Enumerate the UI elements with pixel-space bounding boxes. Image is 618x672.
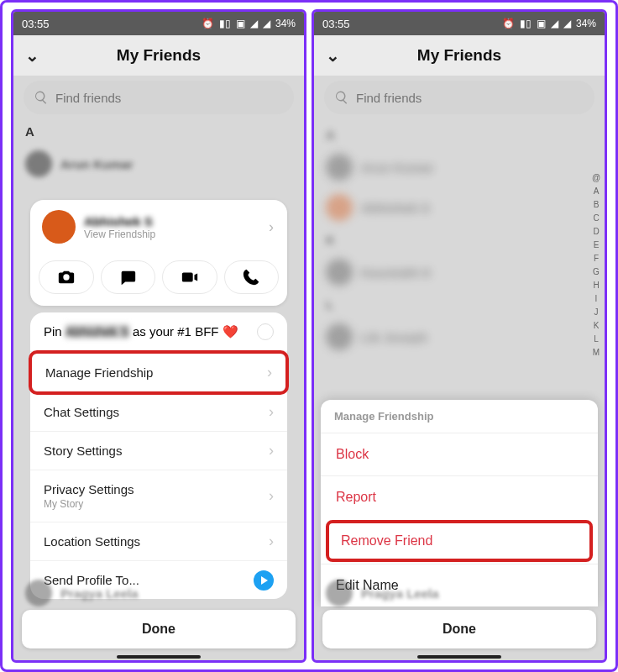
nav-bar-indicator (417, 655, 501, 659)
chevron-right-icon[interactable]: › (269, 218, 274, 236)
block-button[interactable]: Block (321, 433, 598, 475)
view-friendship-link[interactable]: View Friendship (84, 228, 155, 240)
video-icon (181, 268, 199, 286)
profile-card: Abhishek S View Friendship › (30, 200, 287, 306)
chevron-right-icon: › (267, 364, 272, 381)
friend-row: Arun Kumar (314, 147, 605, 187)
header: ⌄ My Friends (314, 35, 605, 76)
call-button[interactable] (224, 260, 280, 294)
chevron-right-icon: › (269, 403, 274, 421)
radio-unchecked-icon[interactable] (257, 323, 274, 340)
chat-settings-row[interactable]: Chat Settings › (30, 393, 287, 432)
search-input[interactable] (55, 91, 284, 105)
status-icons: ⏰ ▮▯ ▣ ◢ ◢ 34% (502, 18, 596, 29)
header: ⌄ My Friends (13, 35, 304, 76)
avatar (25, 150, 52, 177)
back-chevron-icon[interactable]: ⌄ (326, 45, 340, 66)
friends-list-dimmed: A Arun Kumar Abhishek S K Kaustubh K L L… (314, 119, 605, 357)
screenshot-right: 03:55 ⏰ ▮▯ ▣ ◢ ◢ 34% ⌄ My Friends A Arun… (312, 9, 607, 663)
status-time: 03:55 (322, 18, 350, 30)
report-button[interactable]: Report (321, 475, 598, 518)
battery-text: 34% (576, 18, 596, 29)
camera-icon (57, 268, 76, 286)
friend-row[interactable]: Arun Kumar (13, 144, 304, 184)
status-bar: 03:55 ⏰ ▮▯ ▣ ◢ ◢ 34% (314, 12, 605, 35)
row-sublabel: My Story (44, 498, 134, 510)
battery-text: 34% (275, 18, 296, 29)
search-icon (334, 90, 349, 105)
page-title: My Friends (417, 46, 501, 65)
friend-name: Arun Kumar (60, 157, 134, 171)
chat-button[interactable] (101, 260, 156, 294)
settings-card: Pin Abhishek S as your #1 BFF ❤️ Manage … (30, 312, 287, 599)
row-label: Story Settings (44, 444, 122, 458)
alphabet-scroll-rail[interactable]: @ A B C D E F G H I J K L M (591, 171, 601, 360)
friend-row-behind: Pragya Leela (25, 580, 139, 606)
signal-icon: ◢ (250, 18, 258, 29)
privacy-settings-row[interactable]: Privacy Settings My Story › (30, 470, 287, 522)
avatar (42, 210, 76, 244)
avatar (25, 580, 52, 606)
vibrate-icon: ▮▯ (520, 18, 532, 29)
heart-icon: ❤️ (223, 324, 238, 339)
friend-row: Lib Joseph (314, 317, 605, 357)
row-label: Location Settings (44, 534, 140, 549)
friend-name: Pragya Leela (60, 586, 139, 601)
pin-suffix: as your #1 BFF (129, 324, 223, 339)
signal-icon: ◢ (551, 18, 558, 29)
search-icon (34, 90, 49, 105)
sim-icon: ▣ (537, 18, 546, 29)
status-icons: ⏰ ▮▯ ▣ ◢ ◢ 34% (202, 18, 296, 29)
manage-friendship-popup: Manage Friendship Block Report Remove Fr… (321, 400, 598, 606)
remove-friend-button[interactable]: Remove Friend (326, 520, 593, 562)
friend-name: Pragya Leela (361, 586, 439, 601)
send-arrow-icon (254, 570, 274, 591)
nav-bar-indicator (117, 655, 201, 659)
done-button[interactable]: Done (22, 610, 296, 648)
location-settings-row[interactable]: Location Settings › (30, 522, 287, 561)
pin-bff-row[interactable]: Pin Abhishek S as your #1 BFF ❤️ (30, 312, 287, 352)
chevron-right-icon: › (269, 442, 274, 459)
screenshot-left: 03:55 ⏰ ▮▯ ▣ ◢ ◢ 34% ⌄ My Friends A Arun… (11, 9, 306, 663)
vibrate-icon: ▮▯ (219, 18, 231, 29)
status-time: 03:55 (22, 18, 50, 30)
signal-icon: ◢ (563, 18, 571, 29)
chevron-right-icon: › (269, 487, 274, 505)
row-label: Manage Friendship (45, 365, 153, 380)
chat-icon (118, 268, 137, 286)
pin-prefix: Pin (44, 324, 65, 339)
row-label: Privacy Settings (44, 482, 134, 496)
manage-friendship-row[interactable]: Manage Friendship › (29, 350, 289, 395)
avatar (326, 580, 353, 606)
section-header-a: A (13, 119, 304, 144)
alarm-icon: ⏰ (502, 18, 515, 29)
done-button[interactable]: Done (322, 610, 596, 648)
popup-header: Manage Friendship (321, 400, 598, 433)
alarm-icon: ⏰ (202, 18, 214, 29)
camera-button[interactable] (39, 260, 94, 294)
search-bar[interactable] (24, 81, 294, 114)
status-bar: 03:55 ⏰ ▮▯ ▣ ◢ ◢ 34% (13, 12, 304, 35)
chevron-right-icon: › (269, 533, 274, 550)
friend-row: Abhishek S (314, 187, 605, 228)
search-input[interactable] (356, 91, 584, 105)
signal-icon: ◢ (263, 18, 270, 29)
search-bar[interactable] (324, 81, 594, 114)
video-button[interactable] (162, 260, 217, 294)
friend-row: Kaustubh K (314, 252, 605, 292)
pin-name-blurred: Abhishek S (65, 324, 129, 339)
friend-row-behind: Pragya Leela (326, 580, 439, 606)
story-settings-row[interactable]: Story Settings › (30, 432, 287, 470)
row-label: Chat Settings (44, 405, 119, 419)
page-title: My Friends (117, 46, 201, 65)
sim-icon: ▣ (236, 18, 245, 29)
profile-name: Abhishek S (84, 214, 155, 228)
phone-icon (242, 268, 260, 286)
back-chevron-icon[interactable]: ⌄ (25, 45, 39, 66)
